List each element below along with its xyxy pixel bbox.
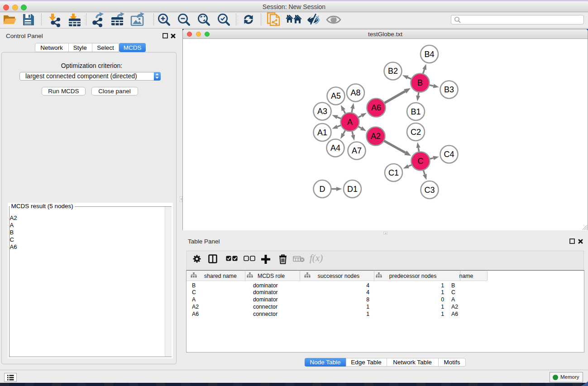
svg-text:C4: C4: [444, 150, 454, 159]
svg-text:B4: B4: [424, 50, 434, 59]
svg-text:A7: A7: [352, 146, 362, 155]
svg-text:A6: A6: [371, 103, 381, 112]
svg-text:C3: C3: [424, 186, 435, 195]
svg-text:D1: D1: [347, 185, 358, 194]
svg-text:A: A: [347, 118, 353, 127]
svg-text:D: D: [320, 185, 325, 194]
svg-text:A1: A1: [317, 128, 327, 137]
svg-text:B: B: [417, 78, 423, 87]
svg-text:A3: A3: [317, 107, 327, 116]
svg-text:A4: A4: [330, 143, 340, 152]
svg-text:C1: C1: [388, 168, 399, 177]
svg-text:B1: B1: [411, 107, 421, 116]
svg-text:B3: B3: [444, 85, 454, 94]
svg-text:A5: A5: [331, 91, 341, 100]
svg-text:A2: A2: [371, 132, 381, 141]
svg-text:C: C: [418, 157, 424, 166]
svg-text:A8: A8: [350, 88, 360, 97]
svg-text:C2: C2: [411, 128, 421, 137]
svg-text:B2: B2: [388, 67, 398, 76]
